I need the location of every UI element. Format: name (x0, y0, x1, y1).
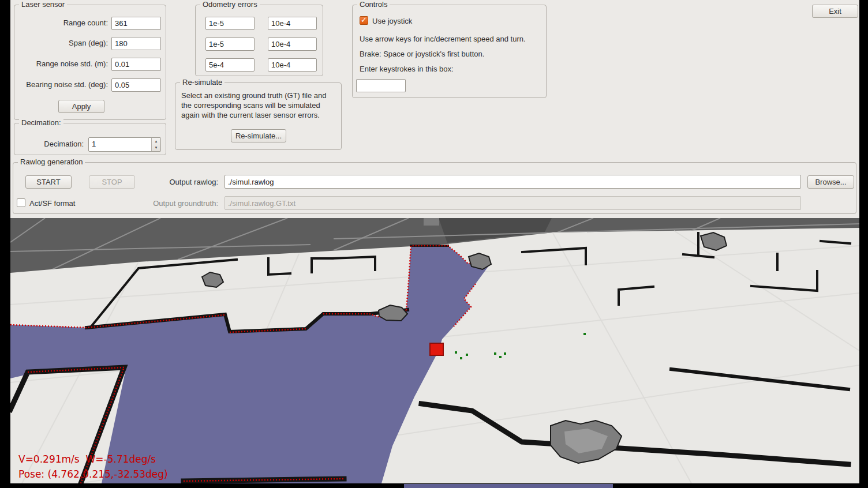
span-deg-label: Span (deg): (16, 39, 108, 47)
resimulate-description: Select an existing ground truth (GT) fil… (181, 91, 336, 120)
decimation-spin-buttons: ▲ ▼ (151, 138, 160, 151)
range-noise-input[interactable] (111, 58, 161, 71)
use-joystick-label: Use joystick (372, 17, 412, 25)
decimation-label: Decimation: (31, 140, 84, 148)
odometry-error-input-6[interactable] (268, 58, 317, 72)
actsf-format-label: Act/SF format (29, 199, 75, 208)
start-button[interactable]: START (25, 175, 72, 189)
hud-velocity-readout: V=0.291m/s W=-5.71deg/s (18, 453, 156, 465)
controls-group: Controls ✓ Use joystick Use arrow keys f… (352, 5, 547, 98)
decimation-group: Decimation: Decimation: 1 ▲ ▼ (14, 123, 166, 155)
simulator-scene (10, 218, 859, 483)
controls-group-title: Controls (357, 0, 390, 9)
odometry-errors-group: Odometry errors (195, 5, 323, 76)
browse-button[interactable]: Browse... (807, 175, 854, 189)
check-icon: ✓ (361, 16, 367, 24)
output-groundtruth-input (225, 196, 801, 210)
distant-wall-stub (424, 218, 439, 226)
odometry-error-input-5[interactable] (205, 58, 255, 72)
laser-sensor-group: Laser sensor Range count: Span (deg): Ra… (14, 5, 166, 120)
stop-button[interactable]: STOP (89, 175, 135, 189)
odometry-error-input-3[interactable] (205, 37, 255, 51)
exit-button[interactable]: Exit (812, 5, 858, 18)
resimulate-group-title: Re-simulate (180, 78, 225, 87)
decimation-stepper[interactable]: 1 ▲ ▼ (88, 137, 161, 152)
rawlog-generation-group-title: Rawlog generation (18, 157, 85, 166)
odometry-error-input-4[interactable] (268, 37, 317, 51)
odometry-errors-group-title: Odometry errors (200, 0, 260, 9)
range-count-label: Range count: (16, 18, 108, 27)
decimation-group-title: Decimation: (19, 118, 63, 127)
output-rawlog-input[interactable] (225, 175, 801, 189)
robot-marker (430, 343, 443, 355)
decimation-value: 1 (92, 140, 96, 148)
output-groundtruth-label: Output groundtruth: (137, 199, 218, 208)
keystroke-input[interactable] (356, 79, 406, 92)
laser-sensor-group-title: Laser sensor (19, 0, 67, 9)
controls-line2: Brake: Space or joystick's first button. (360, 50, 484, 58)
rawlog-generation-group: Rawlog generation START STOP Output rawl… (13, 162, 856, 214)
span-deg-input[interactable] (111, 37, 161, 50)
app-panel: Laser sensor Range count: Span (deg): Ra… (10, 0, 859, 483)
spin-up-icon[interactable]: ▲ (152, 138, 160, 145)
range-count-input[interactable] (111, 17, 161, 30)
controls-line1: Use arrow keys for inc/decrement speed a… (360, 35, 526, 43)
resimulate-button[interactable]: Re-simulate... (231, 129, 286, 142)
hud-pose-readout: Pose: (4.762,0.215,-32.53deg) (18, 468, 168, 480)
spin-down-icon[interactable]: ▼ (152, 145, 160, 152)
range-noise-label: Range noise std. (m): (16, 59, 108, 68)
simulator-window: { "window": { "exit_button": "Exit" }, "… (0, 0, 868, 488)
odometry-error-input-2[interactable] (268, 17, 317, 30)
bearing-noise-input[interactable] (111, 78, 161, 92)
apply-button[interactable]: Apply (58, 100, 104, 113)
simulator-3d-view[interactable]: V=0.291m/s W=-5.71deg/s Pose: (4.762,0.2… (10, 218, 859, 483)
resimulate-group: Re-simulate Select an existing ground tr… (175, 82, 342, 150)
use-joystick-checkbox[interactable]: ✓ (360, 16, 368, 25)
bearing-noise-label: Bearing noise std. (deg): (16, 80, 108, 89)
output-rawlog-label: Output rawlog: (149, 178, 218, 186)
actsf-format-checkbox[interactable] (17, 198, 25, 207)
odometry-error-input-1[interactable] (205, 17, 255, 30)
bottom-edge-strip (404, 484, 613, 488)
controls-line3: Enter keystrokes in this box: (360, 65, 454, 73)
